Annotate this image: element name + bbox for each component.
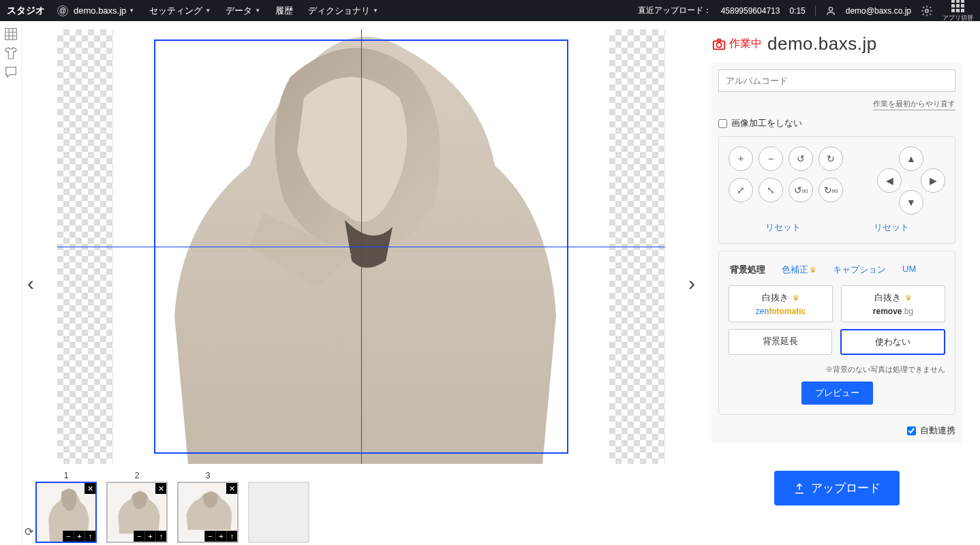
- crown-icon: ♛: [810, 266, 816, 274]
- left-rail: [0, 21, 22, 545]
- rotate-cw-button[interactable]: ↻: [818, 146, 843, 171]
- recent-id[interactable]: 4589959604713: [721, 6, 780, 16]
- image-stage[interactable]: [57, 29, 665, 464]
- caret-icon: ▼: [129, 7, 134, 14]
- svg-point-1: [925, 9, 929, 12]
- rotate-ccw-button[interactable]: ↺: [788, 146, 813, 171]
- thumbnail-strip: ⟳ 1 ✕ −+↑ 2 ✕ −+↑ 3 ✕: [35, 471, 309, 543]
- thumb-number: [277, 471, 279, 480]
- restart-link[interactable]: 作業を最初からやり直す: [873, 99, 955, 110]
- thumb-up-icon[interactable]: ↑: [85, 531, 95, 542]
- thumb-number: 3: [206, 471, 211, 480]
- zoom-rotate-grid: ＋ − ↺ ↻ ⤢ ⤡ ↺90 ↻90: [729, 146, 843, 215]
- thumb-zoom-in-icon[interactable]: +: [144, 531, 155, 542]
- thumbnail-2[interactable]: ✕ −+↑: [106, 482, 168, 543]
- rotate-cw-90-button[interactable]: ↻90: [818, 178, 843, 202]
- working-status: 作業中: [711, 37, 762, 52]
- autolink-input[interactable]: [907, 426, 916, 435]
- pan-left-button[interactable]: ◀: [877, 168, 902, 193]
- thumb-zoom-in-icon[interactable]: +: [215, 531, 226, 542]
- user-icon: [825, 5, 836, 16]
- processing-card: 背景処理 色補正♛ キャプション UM 白抜き ♛ zenfotomatic 白…: [718, 251, 955, 415]
- refresh-button[interactable]: ⟳: [25, 525, 33, 538]
- thumb-up-icon[interactable]: ↑: [155, 531, 166, 542]
- caret-icon: ▼: [205, 7, 211, 14]
- recent-label: 直近アップロード：: [638, 5, 711, 16]
- product-image: [113, 29, 609, 464]
- no-process-checkbox[interactable]: 画像加工をしない: [718, 117, 955, 129]
- history-menu[interactable]: 履歴: [275, 5, 293, 17]
- brand: スタジオ: [7, 5, 45, 17]
- thumb-number: 2: [135, 471, 140, 480]
- pan-up-button[interactable]: ▲: [899, 146, 923, 171]
- tab-color[interactable]: 色補正♛: [780, 261, 818, 279]
- panel-domain: demo.baxs.jp: [767, 33, 877, 54]
- prev-button[interactable]: ‹: [27, 272, 34, 295]
- menu-label: ディクショナリ: [308, 5, 370, 17]
- reset-pan-link[interactable]: リセット: [874, 221, 909, 234]
- menu-label: データ: [226, 5, 252, 17]
- album-code-input[interactable]: [718, 69, 955, 92]
- shrink-button[interactable]: ⤡: [759, 178, 783, 202]
- thumb-zoom-out-icon[interactable]: −: [134, 531, 144, 542]
- service-zenfotomatic: zenfotomatic: [735, 307, 827, 316]
- next-button[interactable]: ›: [688, 272, 695, 295]
- panel-body: 作業を最初からやり直す 画像加工をしない ＋ − ↺ ↻ ⤢: [711, 63, 962, 443]
- settings-menu[interactable]: セッティング▼: [149, 5, 211, 17]
- domain-menu[interactable]: @ demo.baxs.jp ▼: [57, 5, 134, 16]
- bg-opt-extend[interactable]: 背景延長: [729, 329, 832, 355]
- autolink-checkbox[interactable]: 自動連携: [718, 424, 955, 437]
- pan-right-button[interactable]: ▶: [921, 168, 945, 193]
- no-process-input[interactable]: [718, 119, 727, 128]
- tab-caption[interactable]: キャプション: [831, 261, 887, 279]
- remove-thumb-icon[interactable]: ✕: [85, 483, 95, 494]
- bg-opt-zenfotomatic[interactable]: 白抜き ♛ zenfotomatic: [729, 285, 833, 322]
- right-panel: 作業中 demo.baxs.jp 作業を最初からやり直す 画像加工をしない ＋ …: [701, 21, 980, 545]
- rotate-ccw-90-button[interactable]: ↺90: [788, 178, 813, 202]
- remove-thumb-icon[interactable]: ✕: [155, 483, 166, 494]
- bg-opt-none[interactable]: 使わない: [840, 329, 945, 355]
- crown-icon: ♛: [793, 294, 799, 302]
- at-icon: @: [57, 5, 68, 16]
- data-menu[interactable]: データ▼: [226, 5, 260, 17]
- menu-label: セッティング: [149, 5, 202, 17]
- top-right: 直近アップロード： 4589959604713 0:15 demo@baxs.c…: [638, 0, 973, 22]
- expand-button[interactable]: ⤢: [729, 178, 753, 202]
- apps-switcher[interactable]: アプリ切替: [943, 0, 973, 22]
- panel-header: 作業中 demo.baxs.jp: [711, 33, 962, 54]
- upload-icon: [793, 482, 806, 495]
- reset-zoom-link[interactable]: リセット: [765, 221, 801, 234]
- top-menus: @ demo.baxs.jp ▼ セッティング▼ データ▼ 履歴 ディクショナリ…: [57, 5, 638, 17]
- preview-button[interactable]: プレビュー: [801, 382, 873, 405]
- user-email[interactable]: demo@baxs.co.jp: [846, 6, 911, 16]
- thumb-zoom-in-icon[interactable]: +: [74, 531, 85, 542]
- thumbnail-1[interactable]: ✕ −+↑: [35, 482, 97, 543]
- comment-icon[interactable]: [3, 65, 18, 80]
- time: 0:15: [789, 6, 805, 16]
- svg-point-4: [716, 42, 721, 47]
- zoom-in-button[interactable]: ＋: [729, 146, 753, 171]
- autolink-label: 自動連携: [920, 424, 955, 437]
- caret-icon: ▼: [255, 7, 260, 14]
- bg-opt-removebg[interactable]: 白抜き ♛ remove.bg: [841, 285, 945, 322]
- tab-bg[interactable]: 背景処理: [729, 261, 767, 279]
- pan-down-button[interactable]: ▼: [899, 190, 923, 215]
- service-removebg: remove.bg: [847, 307, 939, 316]
- thumb-zoom-out-icon[interactable]: −: [204, 531, 215, 542]
- thumb-zoom-out-icon[interactable]: −: [63, 531, 74, 542]
- thumbnail-3[interactable]: ✕ −+↑: [177, 482, 239, 543]
- no-process-label: 画像加工をしない: [731, 117, 802, 129]
- remove-thumb-icon[interactable]: ✕: [226, 483, 237, 494]
- separator: [815, 5, 816, 16]
- domain-label: demo.baxs.jp: [74, 5, 126, 16]
- thumbnail-empty[interactable]: [248, 482, 309, 543]
- thumb-up-icon[interactable]: ↑: [226, 531, 237, 542]
- transparency-left: [57, 29, 113, 464]
- tab-um[interactable]: UM: [901, 261, 917, 279]
- grid-icon[interactable]: [3, 27, 18, 42]
- gear-icon[interactable]: [921, 5, 933, 17]
- upload-button[interactable]: アップロード: [774, 471, 900, 505]
- shirt-icon[interactable]: [3, 46, 18, 61]
- dictionary-menu[interactable]: ディクショナリ▼: [308, 5, 378, 17]
- zoom-out-button[interactable]: −: [759, 146, 783, 171]
